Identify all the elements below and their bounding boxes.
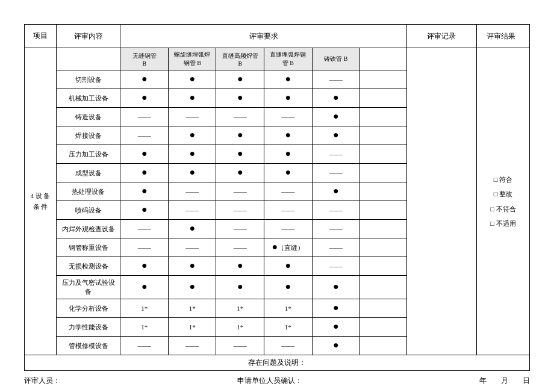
mark-13-2: 1*	[216, 318, 264, 337]
result-area: □ 符合□ 整改□ 不符合□ 不适用	[476, 48, 529, 355]
mark-spacer-8	[360, 220, 407, 238]
mark-0-4: ——	[312, 70, 360, 89]
mark-14-4: ●	[312, 337, 360, 355]
mark-0-2: ●	[216, 70, 264, 89]
mark-5-4: ——	[312, 164, 360, 182]
footer-reviewer: 评审人员：	[24, 376, 60, 386]
mark-1-2: ●	[216, 89, 264, 108]
mark-4-1: ●	[168, 145, 216, 164]
mark-spacer-2	[360, 108, 407, 126]
mark-3-3: ●	[264, 126, 313, 145]
mark-11-1: ●	[168, 276, 216, 299]
header-project: 项目	[25, 25, 57, 48]
mark-spacer-3	[360, 126, 407, 145]
mark-8-3: ——	[264, 220, 313, 238]
mark-9-1: ——	[168, 238, 216, 257]
item-name-5: 成型设备	[56, 164, 120, 182]
mark-3-4: ●	[312, 126, 360, 145]
mark-8-1: ●	[168, 220, 216, 238]
subhead-0: 无缝钢管B	[120, 48, 169, 70]
mark-14-0: ——	[120, 337, 169, 355]
mark-1-4: ●	[312, 89, 360, 108]
mark-3-0: ——	[120, 126, 169, 145]
mark-10-3: ●	[264, 257, 313, 276]
item-name-12: 化学分析设备	[56, 299, 120, 318]
mark-spacer-4	[360, 145, 407, 164]
mark-4-3: ●	[264, 145, 313, 164]
footer-confirm: 申请单位人员确认：	[237, 376, 302, 386]
mark-12-1: 1*	[168, 299, 216, 318]
mark-10-4: ——	[312, 257, 360, 276]
mark-9-0: ——	[120, 238, 169, 257]
subhead-spacer	[360, 48, 407, 70]
mark-12-2: 1*	[216, 299, 264, 318]
mark-6-1: ——	[168, 182, 216, 201]
mark-spacer-9	[360, 238, 407, 257]
subhead-4: 铸铁管 B	[312, 48, 360, 70]
mark-13-1: 1*	[168, 318, 216, 337]
mark-3-1: ●	[168, 126, 216, 145]
mark-2-1: ——	[168, 108, 216, 126]
mark-10-1: ●	[168, 257, 216, 276]
mark-8-0: ——	[120, 220, 169, 238]
result-option-0[interactable]: □ 符合	[481, 172, 526, 187]
subhead-2: 直缝高频焊管 B	[216, 48, 264, 70]
mark-11-4: ●	[312, 276, 360, 299]
result-option-2[interactable]: □ 不符合	[481, 202, 526, 216]
mark-14-2: ——	[216, 337, 264, 355]
mark-7-3: ——	[264, 201, 313, 220]
subhead-1: 螺旋缝埋弧焊钢管 B	[168, 48, 216, 70]
mark-2-0: ——	[120, 108, 169, 126]
item-name-8: 内焊外观检查设备	[56, 220, 120, 238]
blank-content	[56, 48, 120, 70]
mark-5-0: ●	[120, 164, 169, 182]
item-name-10: 无损检测设备	[56, 257, 120, 276]
header-record: 评审记录	[406, 25, 476, 48]
mark-10-2: ●	[216, 257, 264, 276]
mark-7-2: ——	[216, 201, 264, 220]
mark-9-2: ——	[216, 238, 264, 257]
item-name-13: 力学性能设备	[56, 318, 120, 337]
item-name-2: 铸造设备	[56, 108, 120, 126]
mark-5-2: ●	[216, 164, 264, 182]
mark-10-0: ●	[120, 257, 169, 276]
mark-6-4: ●	[312, 182, 360, 201]
mark-2-2: ——	[216, 108, 264, 126]
section-label: 4 设 备条 件	[25, 48, 57, 355]
item-name-14: 管模修模设备	[56, 337, 120, 355]
mark-1-3: ●	[264, 89, 313, 108]
mark-11-2: ●	[216, 276, 264, 299]
mark-1-1: ●	[168, 89, 216, 108]
mark-spacer-5	[360, 164, 407, 182]
result-option-3[interactable]: □ 不适用	[481, 216, 526, 231]
mark-12-4: ●	[312, 299, 360, 318]
mark-spacer-12	[360, 299, 407, 318]
mark-5-1: ●	[168, 164, 216, 182]
mark-11-3: ●	[264, 276, 313, 299]
mark-9-3: ●（直缝）	[264, 238, 313, 257]
header-content: 评审内容	[56, 25, 120, 48]
result-option-1[interactable]: □ 整改	[481, 187, 526, 201]
mark-spacer-0	[360, 70, 407, 89]
mark-7-1: ——	[168, 201, 216, 220]
mark-6-0: ●	[120, 182, 169, 201]
item-name-0: 切割设备	[56, 70, 120, 89]
mark-14-3: ——	[264, 337, 313, 355]
mark-spacer-11	[360, 276, 407, 299]
header-result: 评审结果	[476, 25, 529, 48]
header-requirement: 评审要求	[120, 25, 407, 48]
record-area	[406, 48, 476, 355]
mark-13-3: 1*	[264, 318, 313, 337]
item-name-9: 钢管称重设备	[56, 238, 120, 257]
mark-6-3: ——	[264, 182, 313, 201]
mark-9-4: ——	[312, 238, 360, 257]
notes-cell: 存在问题及说明：	[25, 355, 530, 371]
mark-0-3: ●	[264, 70, 313, 89]
mark-4-4: ——	[312, 145, 360, 164]
mark-12-3: 1*	[264, 299, 313, 318]
item-name-7: 喷码设备	[56, 201, 120, 220]
footer-date: 年 月 日	[479, 376, 530, 386]
mark-4-2: ●	[216, 145, 264, 164]
mark-spacer-10	[360, 257, 407, 276]
mark-7-0: ●	[120, 201, 169, 220]
